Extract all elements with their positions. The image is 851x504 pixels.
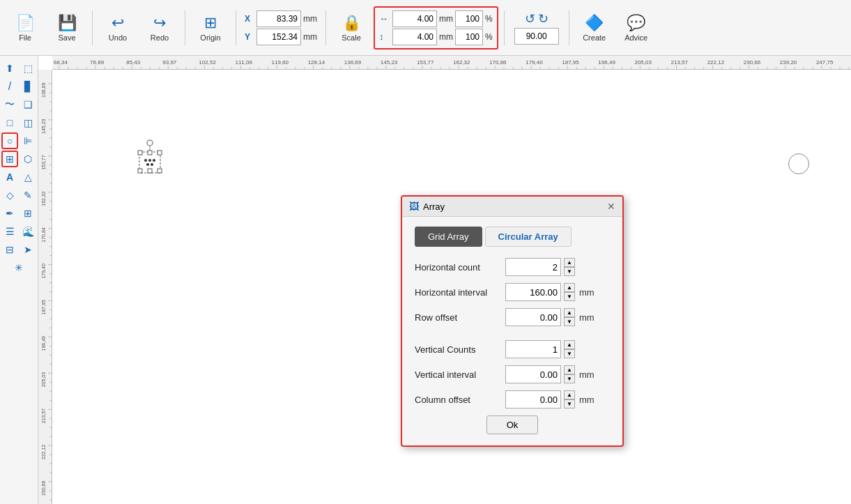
rotate-input[interactable]	[514, 28, 559, 45]
svg-rect-3	[138, 151, 142, 155]
create-label: Create	[583, 33, 606, 42]
create-icon: 🔷	[585, 14, 604, 32]
dialog-content: Grid Array Circular Array Horizontal cou…	[402, 217, 622, 445]
file-button[interactable]: 📄 File	[6, 4, 45, 52]
dialog-title-text: Array	[423, 201, 445, 212]
svg-point-12	[146, 163, 149, 166]
tool-frame-select[interactable]: ⬚	[20, 60, 36, 77]
ruler-top	[52, 56, 851, 70]
spinner-coloffset-down[interactable]: ▼	[564, 399, 575, 408]
input-row-offset[interactable]	[505, 308, 561, 326]
svg-rect-8	[148, 169, 152, 173]
width-mm: mm	[439, 14, 453, 24]
sb-row-11: ⊟ ➤	[1, 241, 36, 258]
spinner-rowoffset-down[interactable]: ▼	[564, 317, 575, 326]
spinner-vinterval-up[interactable]: ▲	[564, 365, 575, 374]
undo-button[interactable]: ↩ Undo	[98, 4, 137, 52]
height-pct-input[interactable]	[455, 29, 483, 45]
input-horizontal-count[interactable]	[505, 258, 561, 276]
input-horizontal-interval[interactable]	[505, 283, 561, 301]
scale-button[interactable]: 🔒 Scale	[332, 4, 371, 52]
selected-shape[interactable]	[136, 139, 164, 177]
width-pct-input[interactable]	[455, 10, 483, 27]
sb-row-6: ⊞ ⬡	[1, 151, 36, 167]
svg-rect-5	[138, 169, 142, 173]
input-vertical-counts[interactable]	[505, 340, 561, 358]
tool-select[interactable]: ⬆	[1, 60, 18, 77]
unit-vinterval: mm	[579, 369, 595, 380]
y-label: Y	[245, 32, 254, 42]
tool-wave[interactable]: 〜	[1, 96, 18, 113]
spinner-hinterval-up[interactable]: ▲	[564, 283, 575, 292]
tool-line[interactable]: /	[1, 78, 18, 95]
sb-row-5: ○ ⊫	[1, 132, 36, 149]
unit-coloffset: mm	[579, 395, 595, 405]
ruler-h-canvas	[52, 56, 851, 70]
dialog-close-button[interactable]: ✕	[607, 201, 615, 212]
tool-table[interactable]: ⊟	[1, 241, 18, 258]
y-input[interactable]	[256, 29, 301, 45]
label-column-offset: Column offset	[415, 395, 505, 405]
save-button[interactable]: 💾 Save	[47, 4, 86, 52]
sb-row-3: 〜 ❑	[1, 96, 36, 113]
spinner-hcount-up[interactable]: ▲	[564, 258, 575, 267]
spinner-hinterval-down[interactable]: ▼	[564, 292, 575, 301]
tool-rectangle[interactable]: □	[1, 114, 18, 131]
height-input[interactable]	[392, 29, 437, 45]
tool-text[interactable]: A	[1, 169, 18, 185]
tool-diamond[interactable]: ◇	[1, 187, 18, 204]
wh-group: ↔ mm % ↕ mm %	[374, 6, 498, 49]
svg-rect-4	[158, 151, 162, 155]
tool-triangle[interactable]: △	[20, 169, 36, 185]
tab-circular-array[interactable]: Circular Array	[485, 227, 572, 247]
input-wrap-vinterval: ▲ ▼ mm	[505, 365, 595, 383]
x-input[interactable]	[256, 10, 301, 27]
spinner-vinterval-down[interactable]: ▼	[564, 374, 575, 383]
spinner-coloffset-up[interactable]: ▲	[564, 390, 575, 399]
tool-ellipse[interactable]: ○	[1, 132, 18, 149]
spinner-vcounts-up[interactable]: ▲	[564, 340, 575, 349]
spinner-hcount: ▲ ▼	[564, 258, 575, 276]
spinner-vinterval: ▲ ▼	[564, 365, 575, 383]
array-dialog: 🖼 Array ✕ Grid Array Circular Array Hori…	[401, 195, 624, 447]
input-vertical-interval[interactable]	[505, 365, 561, 383]
tool-layers[interactable]: ☰	[1, 223, 18, 240]
tool-align[interactable]: ▊	[20, 78, 36, 95]
tool-star[interactable]: ✳	[10, 259, 27, 276]
ruler-left	[38, 70, 52, 504]
advice-button[interactable]: 💬 Advice	[617, 4, 656, 52]
input-column-offset[interactable]	[505, 390, 561, 408]
sb-row-4: □ ◫	[1, 114, 36, 131]
main-area: ⬆ ⬚ / ▊ 〜 ❑ □ ◫ ○ ⊫ ⊞ ⬡ A △	[0, 56, 851, 504]
tool-snap[interactable]: ◫	[20, 114, 36, 131]
spinner-rowoffset-up[interactable]: ▲	[564, 308, 575, 317]
spinner-hcount-down[interactable]: ▼	[564, 267, 575, 276]
ok-button[interactable]: Ok	[486, 415, 539, 434]
canvas-area[interactable]: 🖼 Array ✕ Grid Array Circular Array Hori…	[38, 56, 851, 504]
rotate-left-icon[interactable]: ↺	[525, 11, 535, 26]
circle-shape[interactable]	[788, 153, 809, 174]
rotate-right-icon[interactable]: ↻	[538, 11, 549, 26]
tool-wave2[interactable]: 🌊	[20, 223, 36, 240]
save-icon: 💾	[58, 14, 77, 32]
tool-edit[interactable]: ✎	[20, 187, 36, 204]
label-row-offset: Row offset	[415, 312, 505, 323]
sep3	[236, 10, 236, 45]
sb-row-8: ◇ ✎	[1, 187, 36, 204]
sep5	[504, 10, 505, 45]
tool-align2[interactable]: ⊫	[20, 132, 36, 149]
origin-button[interactable]: ⊞ Origin	[191, 4, 230, 52]
tool-arrow[interactable]: ➤	[20, 241, 36, 258]
tab-grid-array[interactable]: Grid Array	[415, 227, 482, 247]
width-input[interactable]	[392, 10, 437, 27]
undo-icon: ↩	[112, 14, 124, 32]
tool-grid2[interactable]: ⊞	[20, 205, 36, 222]
sb-row-10: ☰ 🌊	[1, 223, 36, 240]
spinner-vcounts-down[interactable]: ▼	[564, 349, 575, 358]
redo-button[interactable]: ↪ Redo	[140, 4, 179, 52]
tool-copy[interactable]: ❑	[20, 96, 36, 113]
tool-grid[interactable]: ⊞	[1, 151, 18, 167]
tool-freehand[interactable]: ✒	[1, 205, 18, 222]
tool-hex[interactable]: ⬡	[20, 151, 36, 167]
create-button[interactable]: 🔷 Create	[575, 4, 614, 52]
